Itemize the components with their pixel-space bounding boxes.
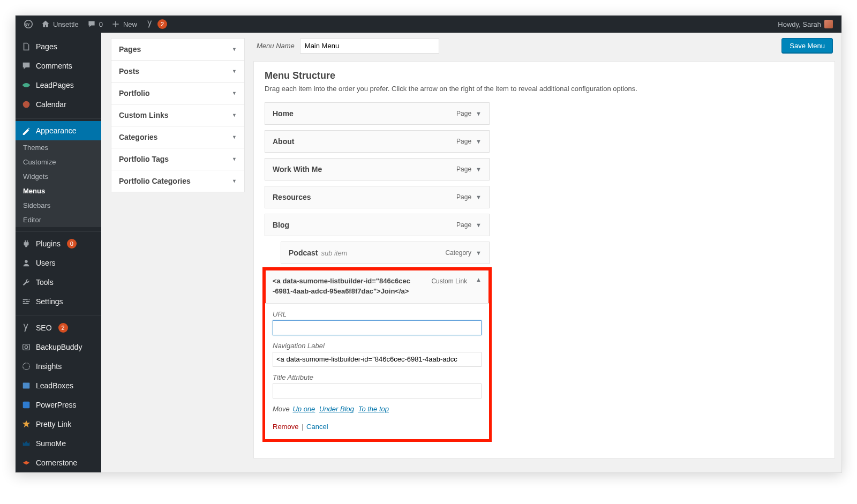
sub-themes[interactable]: Themes [16, 140, 101, 155]
metabox-pages[interactable]: Pages [111, 39, 244, 60]
metabox-categories[interactable]: Categories [111, 126, 244, 148]
tools-icon [21, 277, 32, 288]
sub-menus[interactable]: Menus [16, 184, 101, 198]
comments-count: 0 [99, 20, 103, 28]
svg-rect-4 [29, 299, 30, 300]
wp-logo[interactable] [20, 16, 37, 33]
cornerstone-icon [21, 457, 32, 468]
sidebar-item-appearance[interactable]: Appearance [16, 121, 101, 140]
sidebar-item-prettylink[interactable]: Pretty Link [16, 415, 101, 434]
save-menu-button[interactable]: Save Menu [781, 38, 833, 54]
nav-label-input[interactable] [273, 352, 482, 367]
sidebar-item-leadpages[interactable]: LeadPages [16, 76, 101, 95]
chevron-down-icon[interactable]: ▼ [476, 166, 482, 172]
yoast-link[interactable]: 2 [141, 16, 171, 33]
svg-point-9 [25, 345, 27, 348]
howdy-link[interactable]: Howdy, Sarah [773, 16, 837, 33]
svg-rect-12 [23, 402, 30, 409]
menu-item-settings: URL Navigation Label Title Attribute [265, 303, 489, 439]
chevron-down-icon[interactable]: ▼ [476, 138, 482, 145]
new-label: New [123, 20, 137, 28]
comment-icon [21, 61, 32, 71]
leadboxes-icon [21, 380, 32, 391]
menu-item-podcast[interactable]: Podcastsub itemCategory▼ [281, 242, 490, 264]
menu-item-resources[interactable]: ResourcesPage▼ [265, 186, 490, 208]
menu-item-work-with-me[interactable]: Work With MePage▼ [265, 158, 490, 180]
metabox-portfolio[interactable]: Portfolio [111, 82, 244, 104]
sidebar-item-cornerstone[interactable]: Cornerstone [16, 453, 101, 472]
new-link[interactable]: New [107, 16, 141, 33]
star-icon [21, 419, 32, 430]
sidebar-item-insights[interactable]: Insights [16, 357, 101, 376]
cancel-link[interactable]: Cancel [306, 423, 328, 431]
move-up-link[interactable]: Up one [292, 405, 315, 413]
sub-customize[interactable]: Customize [16, 155, 101, 169]
sidebar-item-calendar[interactable]: Calendar [16, 95, 101, 114]
title-attr-input[interactable] [273, 383, 482, 398]
menu-name-label: Menu Name [253, 42, 295, 50]
svg-point-10 [23, 363, 30, 370]
comments-link[interactable]: 0 [83, 16, 107, 33]
sub-widgets[interactable]: Widgets [16, 169, 101, 184]
howdy-text: Howdy, Sarah [778, 20, 821, 28]
menu-name-input[interactable] [300, 39, 439, 54]
chevron-up-icon[interactable]: ▲ [476, 276, 482, 283]
chevron-down-icon[interactable]: ▼ [476, 222, 482, 228]
menu-structure-panel: Menu Structure Drag each item into the o… [253, 61, 835, 458]
insights-icon [21, 361, 32, 372]
svg-rect-7 [23, 303, 29, 304]
sidebar-item-leadboxes[interactable]: LeadBoxes [16, 376, 101, 395]
move-top-link[interactable]: To the top [358, 405, 389, 413]
home-icon [41, 20, 50, 28]
title-attr-label: Title Attribute [273, 373, 482, 381]
plus-icon [111, 20, 120, 28]
menu-item-about[interactable]: AboutPage▼ [265, 130, 490, 153]
site-link[interactable]: Unsettle [37, 16, 83, 33]
menu-item-custom-link-join[interactable]: <a data-sumome-listbuilder-id="846c6cec-… [265, 269, 490, 440]
chevron-down-icon[interactable]: ▼ [476, 110, 482, 117]
menu-item-blog[interactable]: BlogPage▼ [265, 214, 490, 236]
metabox-portfolio-tags[interactable]: Portfolio Tags [111, 148, 244, 170]
chevron-down-icon[interactable]: ▼ [476, 194, 482, 200]
sidebar-item-pages[interactable]: Pages [16, 37, 101, 56]
svg-rect-6 [26, 301, 29, 302]
metabox-column: Pages Posts Portfolio Custom Links Categ… [101, 33, 251, 472]
metabox-custom-links[interactable]: Custom Links [111, 104, 244, 126]
sidebar-item-plugins[interactable]: Plugins0 [16, 234, 101, 253]
move-under-link[interactable]: Under Blog [319, 405, 354, 413]
sidebar-item-backupbuddy[interactable]: BackupBuddy [16, 337, 101, 357]
settings-icon [21, 296, 32, 307]
metabox-posts[interactable]: Posts [111, 61, 244, 82]
plugins-badge: 0 [67, 239, 77, 249]
menu-name-row: Menu Name Save Menu [253, 33, 835, 61]
sub-sidebars[interactable]: Sidebars [16, 198, 101, 213]
seo-icon [21, 322, 32, 333]
structure-help: Drag each item into the order you prefer… [265, 85, 824, 93]
sidebar-item-tools[interactable]: Tools [16, 273, 101, 292]
svg-point-1 [23, 101, 30, 108]
metabox-portfolio-categories[interactable]: Portfolio Categories [111, 170, 244, 192]
sidebar-item-comments[interactable]: Comments [16, 56, 101, 76]
nav-label-label: Navigation Label [273, 342, 482, 350]
sidebar-item-sumome[interactable]: SumoMe [16, 434, 101, 453]
user-icon [21, 258, 32, 268]
avatar [824, 20, 833, 28]
sidebar-item-users[interactable]: Users [16, 253, 101, 273]
sidebar-item-seo[interactable]: SEO2 [16, 318, 101, 337]
chevron-down-icon[interactable]: ▼ [476, 250, 482, 256]
url-input[interactable] [273, 320, 482, 335]
svg-rect-11 [23, 383, 30, 389]
sub-editor[interactable]: Editor [16, 213, 101, 227]
page-icon [21, 41, 32, 52]
seo-badge: 2 [58, 323, 68, 333]
menu-item-home[interactable]: HomePage▼ [265, 102, 490, 125]
remove-link[interactable]: Remove [273, 423, 298, 431]
plugin-icon [21, 238, 32, 249]
svg-rect-8 [23, 344, 30, 350]
svg-rect-3 [23, 299, 28, 300]
backup-icon [21, 342, 32, 352]
comment-icon [87, 20, 96, 28]
sidebar-item-settings[interactable]: Settings [16, 292, 101, 311]
yoast-icon [146, 20, 154, 28]
sidebar-item-powerpress[interactable]: PowerPress [16, 395, 101, 415]
